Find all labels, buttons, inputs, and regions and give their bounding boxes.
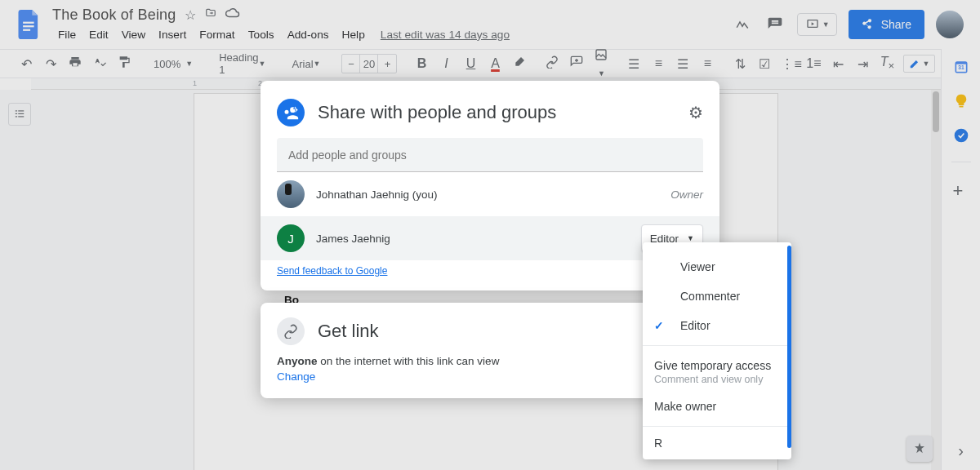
share-button[interactable]: Share — [849, 10, 924, 39]
cloud-icon[interactable] — [225, 7, 240, 22]
size-value[interactable]: 20 — [360, 55, 378, 73]
font-select[interactable]: Arial▼ — [287, 58, 326, 70]
align-right-icon[interactable]: ☰ — [675, 56, 691, 72]
menu-help[interactable]: Help — [336, 26, 371, 43]
person-name: James Jaehnig — [316, 233, 390, 245]
redo-icon[interactable]: ↷ — [42, 56, 59, 72]
link-header-icon — [277, 317, 305, 345]
align-center-icon[interactable]: ≡ — [650, 56, 666, 71]
spellcheck-icon[interactable] — [91, 55, 108, 72]
person-name: Johnathan Jaehnig (you) — [316, 188, 438, 201]
tasks-icon[interactable] — [953, 127, 969, 144]
size-decrease[interactable]: − — [342, 55, 360, 73]
share-title: Share with people and groups — [318, 102, 675, 123]
dropdown-temp-sub: Comment and view only — [643, 374, 791, 392]
bulleted-list-icon[interactable]: ⋮≡ — [781, 56, 797, 72]
svg-rect-2 — [23, 29, 30, 31]
doc-title[interactable]: The Book of Being — [52, 7, 176, 24]
explore-button[interactable] — [906, 436, 933, 462]
size-increase[interactable]: + — [378, 55, 396, 73]
undo-icon[interactable]: ↶ — [18, 56, 34, 72]
svg-rect-8 — [18, 113, 24, 114]
svg-rect-5 — [16, 110, 17, 111]
paint-format-icon[interactable] — [116, 55, 132, 72]
dropdown-editor[interactable]: Editor — [643, 311, 791, 340]
indent-decrease-icon[interactable]: ⇤ — [830, 56, 846, 72]
add-people-input[interactable] — [277, 138, 703, 172]
bold-icon[interactable]: B — [413, 56, 430, 71]
share-person-owner: Johnathan Jaehnig (you) Owner — [261, 172, 719, 216]
image-icon[interactable]: ▼ — [593, 48, 609, 79]
toolbar: ↶ ↷ 100%▼ Heading 1▼ Arial▼ − 20 + B I U… — [0, 49, 980, 78]
menu-file[interactable]: File — [52, 26, 82, 43]
docs-logo-icon[interactable] — [13, 8, 46, 41]
svg-point-14 — [954, 129, 968, 143]
activity-icon[interactable] — [732, 14, 753, 35]
last-edit-link[interactable]: Last edit was 14 days ago — [381, 29, 510, 41]
move-icon[interactable] — [204, 7, 217, 22]
align-justify-icon[interactable]: ≡ — [699, 56, 715, 71]
svg-rect-0 — [23, 22, 34, 24]
account-avatar[interactable] — [936, 11, 964, 38]
align-left-icon[interactable]: ☰ — [626, 56, 642, 72]
keep-icon[interactable] — [953, 93, 969, 109]
svg-rect-6 — [18, 110, 24, 111]
svg-rect-1 — [23, 25, 34, 27]
svg-rect-9 — [16, 116, 17, 117]
avatar — [277, 180, 305, 208]
feedback-link[interactable]: Send feedback to Google — [261, 260, 403, 277]
style-select[interactable]: Heading 1▼ — [214, 51, 270, 76]
checklist-icon[interactable]: ☑ — [756, 56, 773, 72]
gear-icon[interactable]: ⚙ — [688, 103, 703, 122]
dropdown-commenter[interactable]: Commenter — [643, 282, 791, 311]
line-spacing-icon[interactable]: ⇅ — [732, 56, 748, 72]
link-icon[interactable] — [544, 55, 560, 72]
present-button[interactable]: ▼ — [797, 13, 837, 36]
svg-rect-7 — [16, 113, 17, 114]
menu-edit[interactable]: Edit — [83, 26, 114, 43]
text-color-icon[interactable]: A — [487, 56, 503, 71]
menu-bar: File Edit View Insert Format Tools Add-o… — [52, 26, 732, 43]
italic-icon[interactable]: I — [438, 56, 454, 71]
menu-format[interactable]: Format — [194, 26, 240, 43]
dropdown-make-owner[interactable]: Make owner — [643, 392, 791, 421]
share-label: Share — [881, 18, 911, 31]
title-bar: The Book of Being ☆ File Edit View Inser… — [0, 0, 980, 49]
title-mid: The Book of Being ☆ File Edit View Inser… — [52, 7, 732, 43]
dropdown-viewer[interactable]: Viewer — [643, 252, 791, 282]
indent-increase-icon[interactable]: ⇥ — [854, 56, 871, 72]
menu-tools[interactable]: Tools — [243, 26, 280, 43]
menu-addons[interactable]: Add-ons — [282, 26, 335, 43]
menu-view[interactable]: View — [116, 26, 151, 43]
calendar-icon[interactable]: 31 — [953, 59, 969, 75]
underline-icon[interactable]: U — [462, 56, 479, 71]
comment-icon[interactable] — [568, 55, 585, 72]
zoom-select[interactable]: 100%▼ — [149, 58, 198, 70]
highlight-icon[interactable] — [511, 55, 528, 72]
person-role: Owner — [670, 188, 703, 201]
svg-rect-10 — [18, 116, 24, 117]
role-dropdown-menu: Viewer Commenter Editor Give temporary a… — [643, 242, 791, 459]
numbered-list-icon[interactable]: 1≡ — [805, 56, 822, 71]
getlink-title: Get link — [318, 321, 379, 342]
add-panel-icon[interactable]: + — [953, 180, 969, 197]
star-icon[interactable]: ☆ — [185, 7, 196, 23]
top-right: ▼ Share — [732, 10, 964, 39]
change-link[interactable]: Change — [277, 370, 315, 383]
dropdown-temp-access[interactable]: Give temporary access — [643, 351, 791, 374]
clear-format-icon[interactable]: T× — [879, 55, 895, 72]
hide-panel-icon[interactable]: › — [958, 441, 964, 460]
share-header-icon — [277, 99, 305, 126]
comments-icon[interactable] — [764, 14, 786, 35]
font-size[interactable]: − 20 + — [341, 54, 397, 73]
print-icon[interactable] — [67, 55, 83, 72]
svg-text:31: 31 — [958, 64, 964, 70]
side-panel: 31 + › — [941, 49, 980, 470]
link-access-text: Anyone on the internet with this link ca… — [277, 355, 703, 367]
outline-button[interactable] — [8, 103, 31, 126]
menu-insert[interactable]: Insert — [153, 26, 192, 43]
editing-mode[interactable]: ▼ — [903, 55, 935, 73]
dropdown-cutoff[interactable]: R — [643, 432, 791, 450]
avatar: J — [277, 224, 305, 252]
scrollbar[interactable] — [931, 90, 941, 470]
